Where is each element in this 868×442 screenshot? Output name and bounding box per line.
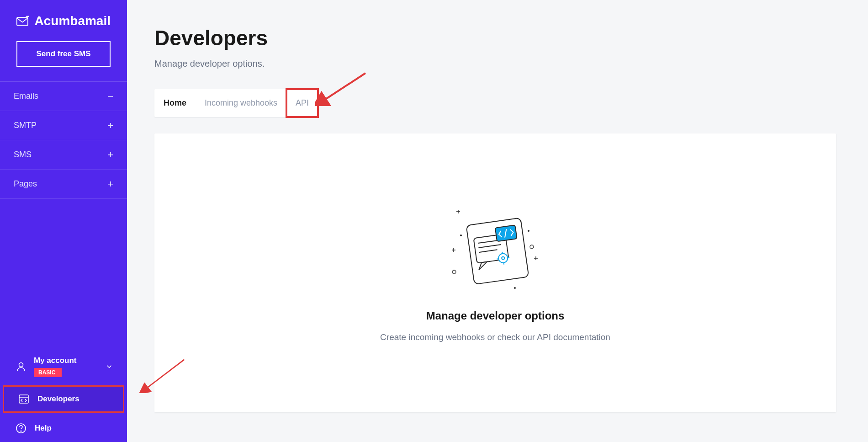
main-content: Developers Manage developer options. Hom… bbox=[127, 0, 868, 442]
tabs: Home Incoming webhooks API bbox=[154, 89, 318, 117]
tab-label: Home bbox=[164, 98, 186, 107]
content-card: Manage developer options Create incoming… bbox=[154, 133, 836, 412]
card-subtitle: Create incoming webhooks or check our AP… bbox=[380, 332, 610, 342]
send-sms-button[interactable]: Send free SMS bbox=[16, 41, 111, 67]
account-text: My account BASIC bbox=[34, 356, 77, 377]
sidebar-item-emails[interactable]: Emails − bbox=[0, 82, 127, 111]
svg-point-15 bbox=[528, 230, 529, 232]
developer-illustration bbox=[447, 203, 543, 299]
code-window-icon bbox=[18, 394, 29, 405]
sidebar-item-label: Developers bbox=[37, 394, 79, 404]
sidebar-item-help[interactable]: Help bbox=[0, 415, 127, 442]
svg-line-29 bbox=[508, 257, 509, 258]
card-title: Manage developer options bbox=[426, 309, 565, 322]
tab-api[interactable]: API bbox=[286, 89, 318, 117]
tab-home[interactable]: Home bbox=[154, 89, 196, 117]
plus-icon: + bbox=[107, 178, 113, 190]
svg-rect-0 bbox=[17, 17, 28, 25]
sidebar-item-pages[interactable]: Pages + bbox=[0, 170, 127, 199]
svg-point-16 bbox=[514, 287, 516, 289]
spacer bbox=[0, 199, 127, 350]
account-label: My account bbox=[34, 356, 77, 365]
send-sms-label: Send free SMS bbox=[36, 49, 90, 59]
chevron-down-icon bbox=[105, 362, 113, 371]
svg-point-7 bbox=[21, 431, 21, 431]
svg-line-27 bbox=[504, 263, 504, 265]
cta-wrap: Send free SMS bbox=[0, 41, 127, 81]
sidebar-item-label: Help bbox=[35, 424, 52, 433]
svg-point-17 bbox=[452, 270, 456, 274]
plan-badge: BASIC bbox=[34, 368, 62, 377]
svg-line-26 bbox=[502, 252, 503, 254]
tabs-wrap: Home Incoming webhooks API bbox=[154, 89, 836, 117]
sidebar-item-label: Emails bbox=[14, 91, 38, 101]
brand-name: Acumbamail bbox=[35, 14, 111, 28]
plus-icon: + bbox=[107, 149, 113, 161]
sidebar-item-account[interactable]: My account BASIC bbox=[0, 350, 127, 383]
plus-icon: + bbox=[107, 120, 113, 132]
sidebar-item-developers[interactable]: Developers bbox=[3, 385, 124, 413]
svg-point-14 bbox=[460, 234, 462, 236]
tab-incoming-webhooks[interactable]: Incoming webhooks bbox=[196, 89, 286, 117]
mail-icon bbox=[16, 16, 29, 27]
sidebar-item-label: Pages bbox=[14, 179, 37, 189]
brand-logo[interactable]: Acumbamail bbox=[0, 0, 127, 41]
tab-label: API bbox=[296, 98, 309, 107]
sidebar-item-label: SMS bbox=[14, 150, 32, 160]
svg-line-28 bbox=[497, 259, 498, 259]
sidebar-item-label: SMTP bbox=[14, 121, 37, 130]
svg-rect-4 bbox=[19, 395, 28, 403]
page-title: Developers bbox=[154, 26, 836, 50]
sidebar-item-sms[interactable]: SMS + bbox=[0, 140, 127, 170]
help-icon bbox=[16, 423, 26, 434]
svg-point-18 bbox=[530, 245, 534, 249]
tab-label: Incoming webhooks bbox=[205, 98, 277, 107]
minus-icon: − bbox=[107, 91, 113, 102]
sidebar: Acumbamail Send free SMS Emails − SMTP +… bbox=[0, 0, 127, 442]
sidebar-item-smtp[interactable]: SMTP + bbox=[0, 111, 127, 140]
page-subtitle: Manage developer options. bbox=[154, 59, 836, 69]
svg-point-3 bbox=[19, 363, 23, 367]
user-icon bbox=[16, 361, 26, 372]
